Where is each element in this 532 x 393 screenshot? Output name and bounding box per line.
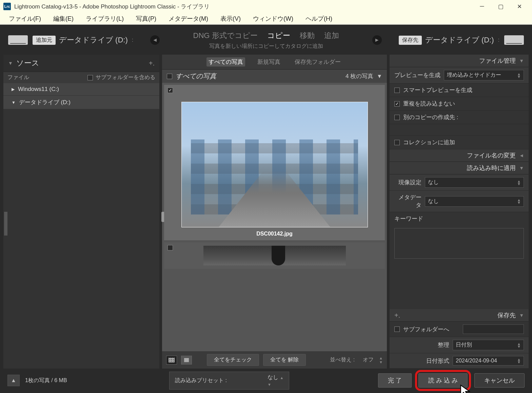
menu-bar: ファイル(F) 編集(E) ライブラリ(L) 写真(P) メタデータ(M) 表示… (0, 13, 532, 25)
nav-left-icon[interactable]: ◄ (150, 35, 160, 45)
thumbnail-filename: DSC00142.jpg (168, 231, 381, 237)
minimize-button[interactable]: ─ (473, 0, 491, 13)
preset-label: 読み込みプリセット : (175, 377, 227, 384)
apply-import-header[interactable]: 読み込み時に適用 (467, 164, 516, 172)
import-preset-select[interactable]: 読み込みプリセット : なし ▲▼ (169, 372, 289, 390)
thumbnail-grid[interactable]: DSC00142.jpg (162, 83, 387, 351)
collapse-icon[interactable]: ▼ (519, 165, 524, 171)
lrc-app-icon: Lrc (3, 3, 11, 10)
include-subfolders-checkbox[interactable] (87, 75, 93, 80)
metadata-select[interactable]: なし ▲▼ (425, 196, 524, 207)
nav-right-icon[interactable]: ► (372, 35, 382, 45)
destination-drive-label[interactable]: データドライブ (D:) (425, 35, 494, 45)
import-button[interactable]: 読 み 込 み (418, 373, 468, 388)
dropdown-icon[interactable]: : (132, 37, 133, 43)
tab-dng-copy[interactable]: DNG 形式でコピー (193, 31, 258, 41)
maximize-button[interactable]: ▢ (491, 0, 510, 13)
uncheck-all-button[interactable]: 全てを 解除 (263, 354, 306, 366)
smart-preview-checkbox[interactable] (394, 88, 400, 93)
subfolder-label: サブフォルダーへ (403, 325, 449, 333)
cancel-button[interactable]: キャンセル (474, 373, 525, 388)
menu-edit[interactable]: 編集(E) (47, 13, 80, 24)
dateformat-select[interactable]: 2024/2024-09-04 ▲▼ (453, 356, 524, 366)
menu-photo[interactable]: 写真(P) (130, 13, 162, 24)
menu-file[interactable]: ファイル(F) (3, 13, 47, 24)
add-collection-label: コレクションに追加 (403, 138, 455, 146)
close-button[interactable]: ✕ (510, 0, 529, 13)
source-drive-c[interactable]: ▶ Windows11 (C:) (3, 83, 159, 96)
source-item-label: データドライブ (D:) (19, 98, 71, 106)
tab-add[interactable]: 追加 (324, 31, 339, 41)
collapse-icon[interactable]: ▼ (519, 313, 524, 318)
thumbnail-checkbox[interactable] (168, 245, 173, 250)
check-all-button[interactable]: 全てをチェック (207, 354, 259, 366)
file-handling-header[interactable]: ファイル管理 (479, 57, 516, 65)
add-source-icon[interactable]: +. (149, 59, 155, 67)
collapse-icon[interactable]: ▼ (12, 100, 16, 105)
sort-value[interactable]: オフ (363, 356, 374, 363)
select-value: 2024/2024-09-04 (456, 358, 497, 364)
source-drive-d[interactable]: ▼ データドライブ (D:) (3, 96, 159, 109)
develop-label: 現像設定 (394, 179, 421, 186)
thumbnail-image[interactable] (181, 102, 368, 227)
source-drive-label[interactable]: データドライブ (D:) (59, 35, 128, 45)
add-collection-checkbox[interactable] (394, 140, 400, 145)
menu-view[interactable]: 表示(V) (214, 13, 247, 24)
grid-icon (169, 358, 175, 362)
tab-all-photos[interactable]: すべての写真 (206, 57, 245, 67)
preset-value: なし (268, 374, 278, 380)
select-value: 埋め込みとサイドカー (447, 72, 501, 79)
thumbnail-item[interactable] (164, 242, 385, 269)
thumbnail-checkbox[interactable] (168, 88, 173, 93)
stack-toggle-button[interactable]: ▲ (7, 375, 20, 386)
subfolder-input[interactable] (463, 324, 524, 334)
collapse-icon[interactable]: ▼ (8, 60, 13, 66)
menu-library[interactable]: ライブラリ(L) (80, 13, 130, 24)
collapse-icon[interactable]: ▼ (377, 73, 382, 79)
source-from-button[interactable]: 追加元 (33, 36, 56, 45)
status-text: 1枚の写真 / 6 MB (25, 377, 67, 384)
select-value: 日付別 (456, 341, 472, 349)
no-duplicates-checkbox[interactable] (394, 101, 400, 107)
preview-gen-select[interactable]: 埋め込みとサイドカー ▲▼ (444, 70, 524, 80)
destination-to-button[interactable]: 保存先 (399, 36, 422, 45)
second-copy-label: 別のコピーの作成先 : (403, 113, 458, 121)
single-view-button[interactable] (181, 356, 192, 364)
sort-label: 並べ替え : (330, 356, 355, 363)
second-copy-checkbox[interactable] (394, 115, 400, 120)
add-destination-icon[interactable]: +. (394, 312, 400, 319)
develop-select[interactable]: なし ▲▼ (425, 177, 524, 188)
preview-panel: すべての写真 新規写真 保存先フォルダー すべての写真 4 枚の写真 ▼ DSC… (162, 55, 387, 369)
expand-icon[interactable]: ◄ (519, 153, 524, 158)
updown-icon: ▲▼ (517, 199, 521, 204)
organize-select[interactable]: 日付別 ▲▼ (453, 340, 524, 350)
thumbnail-image[interactable] (203, 246, 346, 265)
collapse-icon[interactable]: ▼ (519, 58, 524, 63)
expand-icon[interactable]: ▶ (12, 87, 15, 92)
menu-metadata[interactable]: メタデータ(M) (162, 13, 214, 24)
subfolder-checkbox[interactable] (394, 326, 400, 332)
done-button[interactable]: 完 了 (378, 373, 412, 388)
menu-help[interactable]: ヘルプ(H) (299, 13, 338, 24)
grid-view-button[interactable] (166, 356, 177, 364)
menu-window[interactable]: ウィンドウ(W) (247, 13, 299, 24)
tab-destination-folder[interactable]: 保存先フォルダー (293, 57, 343, 67)
thumbnail-item[interactable]: DSC00142.jpg (164, 85, 385, 240)
tab-copy[interactable]: コピー (267, 31, 290, 41)
keyword-input[interactable] (394, 228, 524, 259)
smart-preview-label: スマートプレビューを生成 (403, 86, 472, 94)
file-rename-header[interactable]: ファイル名の変更 (467, 151, 516, 160)
drive-icon (504, 35, 524, 45)
center-title: すべての写真 (176, 72, 346, 81)
tab-new-photos[interactable]: 新規写真 (255, 57, 282, 67)
import-topbar: 追加元 データドライブ (D:) : ◄ DNG 形式でコピー コピー 移動 追… (3, 28, 529, 52)
panel-resize-handle-left[interactable] (4, 212, 7, 236)
source-item-label: Windows11 (C:) (18, 86, 59, 93)
select-all-checkbox[interactable] (167, 74, 172, 79)
destination-header[interactable]: 保存先 (497, 311, 516, 319)
dropdown-icon[interactable]: ▲▼ (379, 356, 383, 364)
tab-move[interactable]: 移動 (300, 31, 315, 41)
drive-icon (8, 35, 28, 45)
dropdown-icon[interactable]: : (498, 37, 499, 43)
window-title: Lightroom Catalog-v13-5 - Adobe Photosho… (14, 3, 210, 11)
